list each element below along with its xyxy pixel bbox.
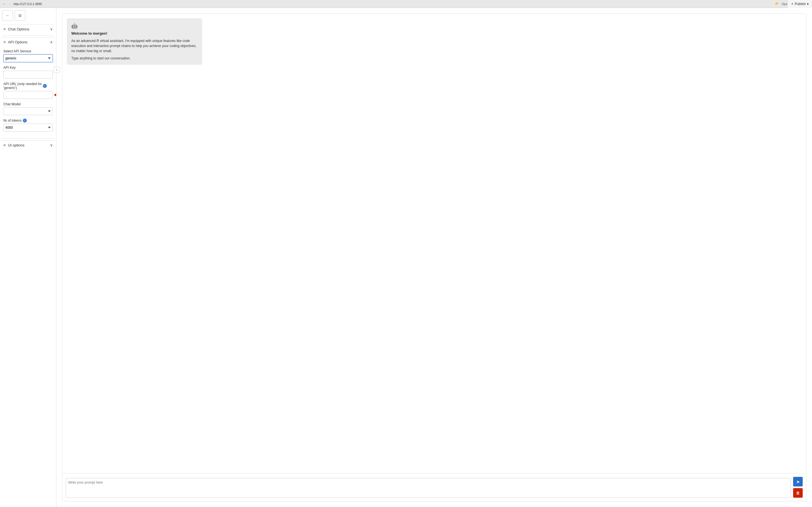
publish-dropdown-icon: ▾	[807, 2, 809, 6]
chat-input-area: ➤ 🗑	[62, 473, 806, 501]
api-options-label: API Options	[8, 40, 28, 44]
trash-icon: 🗑	[796, 491, 800, 495]
arrow-head	[54, 94, 56, 96]
chat-model-label: Chat Model	[3, 102, 53, 106]
nr-tokens-select[interactable]: 1000 2000 4000 8000	[3, 124, 53, 131]
divider-1	[2, 35, 54, 36]
publish-label: Publish	[795, 2, 806, 6]
url-bar[interactable]: http://127.0.0.1:3895	[13, 2, 773, 6]
publish-icon: ✦	[791, 2, 794, 6]
api-url-info-icon[interactable]: i	[43, 84, 47, 88]
api-url-input-wrapper	[3, 91, 53, 99]
collapse-icon: ‹	[56, 68, 57, 72]
save-icon: ⧉	[18, 13, 21, 18]
api-key-input[interactable]	[3, 71, 53, 78]
sidebar: ← ⧉ ≡ Chat Options ∨ ≡ API Options ∧	[0, 8, 56, 507]
api-service-select[interactable]: generic openai anthropic	[3, 54, 53, 62]
welcome-title: Welcome to mergen!	[71, 31, 198, 36]
chat-container: 🤖 Welcome to mergen! As an advanced R vi…	[62, 13, 806, 501]
forward-icon: →	[8, 2, 11, 6]
welcome-message: 🤖 Welcome to mergen! As an advanced R vi…	[67, 18, 202, 65]
api-url-group: API URL (only needed for'generic') i	[3, 82, 53, 99]
nr-tokens-label-row: Nr of tokens i	[3, 119, 53, 122]
prompt-input[interactable]	[66, 478, 791, 498]
back-icon: ←	[2, 2, 6, 6]
api-key-label: API Key	[3, 66, 53, 69]
back-arrow-icon: ←	[6, 13, 10, 18]
send-icon: ➤	[796, 479, 800, 485]
api-service-label: Select API Service	[3, 49, 53, 53]
ui-options-label: UI options	[8, 143, 24, 147]
chat-options-chevron: ∨	[50, 27, 53, 31]
ui-options-header[interactable]: ≡ UI options ∨	[2, 140, 54, 150]
welcome-cta: Type anything to start our conversation.	[71, 56, 198, 60]
api-key-group: API Key	[3, 66, 53, 78]
api-url-label-row: API URL (only needed for'generic') i	[3, 82, 53, 90]
sidebar-toolbar: ← ⧉	[2, 10, 54, 21]
chat-options-icon: ≡	[3, 27, 6, 31]
chat-model-group: Chat Model	[3, 102, 53, 115]
main-content: ‹ 🤖 Welcome to mergen! As an advanced R …	[56, 8, 812, 507]
api-service-group: Select API Service generic openai anthro…	[3, 49, 53, 62]
nr-tokens-info-icon[interactable]: i	[23, 119, 27, 122]
ui-options-chevron: ∨	[50, 143, 53, 147]
arrow-annotation	[54, 94, 56, 96]
publish-button[interactable]: ✦ Publish ▾	[787, 0, 812, 8]
api-options-header[interactable]: ≡ API Options ∧	[2, 37, 54, 47]
api-url-input[interactable]	[3, 91, 53, 99]
chat-options-label: Chat Options	[8, 27, 29, 31]
chat-messages: 🤖 Welcome to mergen! As an advanced R vi…	[62, 14, 806, 473]
api-options-icon: ≡	[3, 40, 6, 44]
chat-action-buttons: ➤ 🗑	[793, 477, 803, 498]
bot-icon: 🤖	[71, 23, 198, 29]
open-in-browser-icon: 📂	[775, 2, 779, 6]
collapse-sidebar-button[interactable]: ‹	[54, 67, 60, 73]
nr-tokens-group: Nr of tokens i 1000 2000 4000 8000	[3, 119, 53, 131]
clear-button[interactable]: 🗑	[793, 488, 803, 498]
nr-tokens-label-text: Nr of tokens	[3, 119, 22, 122]
back-button[interactable]: ←	[2, 10, 13, 21]
chat-model-select[interactable]	[3, 107, 53, 115]
welcome-body-1: As an advanced R virtual assistant, I'm …	[71, 38, 198, 54]
api-url-label-text: API URL (only needed for'generic')	[3, 82, 42, 90]
chat-options-header[interactable]: ≡ Chat Options ∨	[2, 24, 54, 34]
divider-2	[2, 138, 54, 138]
send-button[interactable]: ➤	[793, 477, 803, 487]
ui-options-icon: ≡	[3, 143, 6, 147]
browser-topbar: ← → http://127.0.0.1:3895 📂 Open in Brow…	[0, 0, 812, 8]
api-options-chevron: ∧	[50, 40, 53, 44]
app-container: ← ⧉ ≡ Chat Options ∨ ≡ API Options ∧	[0, 8, 812, 507]
api-options-content: Select API Service generic openai anthro…	[2, 48, 54, 136]
save-button[interactable]: ⧉	[15, 10, 26, 21]
